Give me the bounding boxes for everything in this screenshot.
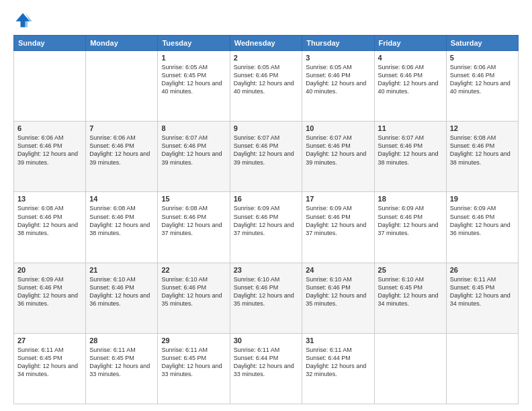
day-info: Sunrise: 6:10 AM Sunset: 6:46 PM Dayligh…: [234, 275, 299, 308]
calendar-cell: 6Sunrise: 6:06 AM Sunset: 6:46 PM Daylig…: [14, 122, 86, 192]
calendar-cell: [14, 51, 86, 122]
calendar-cell: 14Sunrise: 6:08 AM Sunset: 6:46 PM Dayli…: [86, 192, 158, 263]
calendar-cell: [86, 51, 158, 122]
calendar-week-row-3: 13Sunrise: 6:08 AM Sunset: 6:46 PM Dayli…: [14, 192, 519, 263]
day-number: 31: [306, 336, 370, 345]
day-number: 7: [89, 124, 154, 132]
day-number: 28: [89, 336, 154, 345]
calendar-cell: 12Sunrise: 6:08 AM Sunset: 6:46 PM Dayli…: [446, 122, 518, 192]
day-number: 13: [17, 195, 82, 203]
calendar-cell: 11Sunrise: 6:07 AM Sunset: 6:46 PM Dayli…: [374, 122, 446, 192]
day-info: Sunrise: 6:11 AM Sunset: 6:44 PM Dayligh…: [234, 346, 299, 379]
calendar-cell: 20Sunrise: 6:09 AM Sunset: 6:46 PM Dayli…: [14, 263, 86, 333]
day-number: 14: [89, 195, 154, 203]
day-number: 2: [234, 54, 299, 62]
day-number: 3: [306, 54, 370, 62]
day-number: 18: [378, 195, 443, 203]
day-number: 5: [450, 54, 515, 62]
calendar-header-wednesday: Wednesday: [230, 36, 302, 51]
day-info: Sunrise: 6:05 AM Sunset: 6:46 PM Dayligh…: [234, 63, 299, 96]
day-info: Sunrise: 6:06 AM Sunset: 6:46 PM Dayligh…: [17, 134, 82, 167]
day-info: Sunrise: 6:06 AM Sunset: 6:46 PM Dayligh…: [450, 63, 515, 96]
calendar-cell: 28Sunrise: 6:11 AM Sunset: 6:45 PM Dayli…: [86, 333, 158, 404]
calendar-cell: 1Sunrise: 6:05 AM Sunset: 6:45 PM Daylig…: [158, 51, 230, 122]
calendar-cell: 4Sunrise: 6:06 AM Sunset: 6:46 PM Daylig…: [374, 51, 446, 122]
day-number: 20: [17, 266, 82, 274]
svg-marker-0: [16, 13, 30, 28]
calendar-table: SundayMondayTuesdayWednesdayThursdayFrid…: [13, 35, 519, 404]
day-info: Sunrise: 6:06 AM Sunset: 6:46 PM Dayligh…: [89, 134, 154, 167]
calendar-cell: 10Sunrise: 6:07 AM Sunset: 6:46 PM Dayli…: [302, 122, 374, 192]
day-info: Sunrise: 6:08 AM Sunset: 6:46 PM Dayligh…: [450, 134, 515, 167]
day-info: Sunrise: 6:11 AM Sunset: 6:45 PM Dayligh…: [89, 346, 154, 379]
day-number: 8: [161, 124, 226, 132]
calendar-week-row-5: 27Sunrise: 6:11 AM Sunset: 6:45 PM Dayli…: [14, 333, 519, 404]
day-info: Sunrise: 6:09 AM Sunset: 6:46 PM Dayligh…: [234, 204, 299, 237]
calendar-cell: 17Sunrise: 6:09 AM Sunset: 6:46 PM Dayli…: [302, 192, 374, 263]
logo: [13, 11, 35, 30]
day-info: Sunrise: 6:07 AM Sunset: 6:46 PM Dayligh…: [234, 134, 299, 167]
day-info: Sunrise: 6:08 AM Sunset: 6:46 PM Dayligh…: [17, 204, 82, 237]
day-info: Sunrise: 6:10 AM Sunset: 6:46 PM Dayligh…: [89, 275, 154, 308]
day-number: 11: [378, 124, 443, 132]
calendar-cell: [446, 333, 518, 404]
calendar-cell: 9Sunrise: 6:07 AM Sunset: 6:46 PM Daylig…: [230, 122, 302, 192]
calendar-cell: 16Sunrise: 6:09 AM Sunset: 6:46 PM Dayli…: [230, 192, 302, 263]
calendar-cell: 27Sunrise: 6:11 AM Sunset: 6:45 PM Dayli…: [14, 333, 86, 404]
day-number: 23: [234, 266, 299, 274]
calendar-cell: 18Sunrise: 6:09 AM Sunset: 6:46 PM Dayli…: [374, 192, 446, 263]
logo-icon: [13, 11, 32, 30]
day-info: Sunrise: 6:09 AM Sunset: 6:46 PM Dayligh…: [306, 204, 370, 237]
calendar-header-friday: Friday: [374, 36, 446, 51]
day-info: Sunrise: 6:09 AM Sunset: 6:46 PM Dayligh…: [450, 204, 515, 237]
calendar-week-row-2: 6Sunrise: 6:06 AM Sunset: 6:46 PM Daylig…: [14, 122, 519, 192]
calendar-cell: 5Sunrise: 6:06 AM Sunset: 6:46 PM Daylig…: [446, 51, 518, 122]
calendar-cell: 19Sunrise: 6:09 AM Sunset: 6:46 PM Dayli…: [446, 192, 518, 263]
day-info: Sunrise: 6:09 AM Sunset: 6:46 PM Dayligh…: [378, 204, 443, 237]
day-info: Sunrise: 6:07 AM Sunset: 6:46 PM Dayligh…: [378, 134, 443, 167]
calendar-cell: 21Sunrise: 6:10 AM Sunset: 6:46 PM Dayli…: [86, 263, 158, 333]
day-number: 25: [378, 266, 443, 274]
day-info: Sunrise: 6:05 AM Sunset: 6:46 PM Dayligh…: [306, 63, 370, 96]
day-info: Sunrise: 6:06 AM Sunset: 6:46 PM Dayligh…: [378, 63, 443, 96]
day-number: 30: [234, 336, 299, 345]
day-number: 17: [306, 195, 370, 203]
day-number: 15: [161, 195, 226, 203]
day-number: 1: [161, 54, 226, 62]
day-info: Sunrise: 6:08 AM Sunset: 6:46 PM Dayligh…: [89, 204, 154, 237]
calendar-header-monday: Monday: [86, 36, 158, 51]
day-number: 19: [450, 195, 515, 203]
day-number: 21: [89, 266, 154, 274]
day-number: 12: [450, 124, 515, 132]
day-number: 6: [17, 124, 82, 132]
calendar-header-row: SundayMondayTuesdayWednesdayThursdayFrid…: [14, 36, 519, 51]
calendar-cell: [374, 333, 446, 404]
calendar-header-tuesday: Tuesday: [158, 36, 230, 51]
calendar-cell: 25Sunrise: 6:10 AM Sunset: 6:45 PM Dayli…: [374, 263, 446, 333]
calendar-cell: 8Sunrise: 6:07 AM Sunset: 6:46 PM Daylig…: [158, 122, 230, 192]
day-info: Sunrise: 6:11 AM Sunset: 6:44 PM Dayligh…: [306, 346, 370, 379]
calendar-cell: 26Sunrise: 6:11 AM Sunset: 6:45 PM Dayli…: [446, 263, 518, 333]
day-info: Sunrise: 6:09 AM Sunset: 6:46 PM Dayligh…: [17, 275, 82, 308]
calendar-cell: 2Sunrise: 6:05 AM Sunset: 6:46 PM Daylig…: [230, 51, 302, 122]
day-info: Sunrise: 6:10 AM Sunset: 6:45 PM Dayligh…: [378, 275, 443, 308]
calendar-cell: 31Sunrise: 6:11 AM Sunset: 6:44 PM Dayli…: [302, 333, 374, 404]
calendar-cell: 22Sunrise: 6:10 AM Sunset: 6:46 PM Dayli…: [158, 263, 230, 333]
calendar-header-thursday: Thursday: [302, 36, 374, 51]
day-info: Sunrise: 6:05 AM Sunset: 6:45 PM Dayligh…: [161, 63, 226, 96]
day-number: 10: [306, 124, 370, 132]
calendar-cell: 15Sunrise: 6:08 AM Sunset: 6:46 PM Dayli…: [158, 192, 230, 263]
day-info: Sunrise: 6:11 AM Sunset: 6:45 PM Dayligh…: [450, 275, 515, 308]
calendar-week-row-1: 1Sunrise: 6:05 AM Sunset: 6:45 PM Daylig…: [14, 51, 519, 122]
day-number: 29: [161, 336, 226, 345]
calendar-cell: 23Sunrise: 6:10 AM Sunset: 6:46 PM Dayli…: [230, 263, 302, 333]
day-number: 26: [450, 266, 515, 274]
day-info: Sunrise: 6:08 AM Sunset: 6:46 PM Dayligh…: [161, 204, 226, 237]
day-number: 24: [306, 266, 370, 274]
calendar-cell: 7Sunrise: 6:06 AM Sunset: 6:46 PM Daylig…: [86, 122, 158, 192]
day-info: Sunrise: 6:11 AM Sunset: 6:45 PM Dayligh…: [17, 346, 82, 379]
calendar-cell: 29Sunrise: 6:11 AM Sunset: 6:45 PM Dayli…: [158, 333, 230, 404]
page: SundayMondayTuesdayWednesdayThursdayFrid…: [0, 0, 532, 411]
calendar-header-sunday: Sunday: [14, 36, 86, 51]
day-info: Sunrise: 6:07 AM Sunset: 6:46 PM Dayligh…: [161, 134, 226, 167]
